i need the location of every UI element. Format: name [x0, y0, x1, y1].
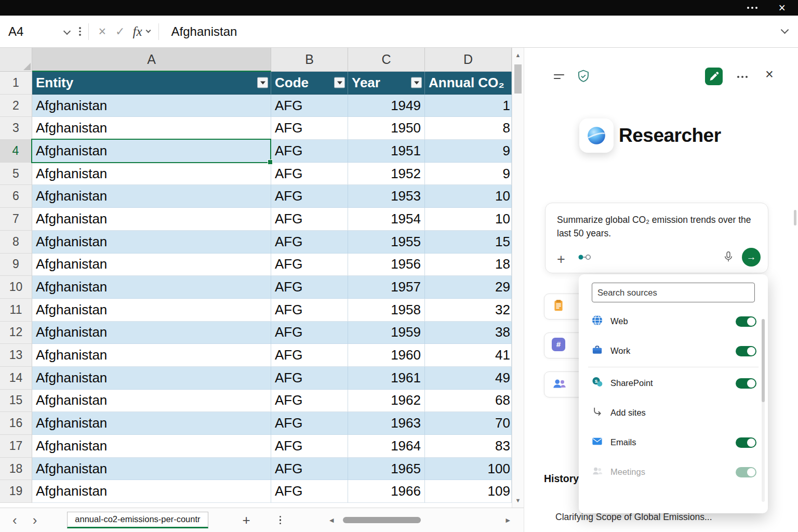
cell[interactable]: 1957	[348, 276, 425, 299]
header-cell-annual-co2[interactable]: Annual CO₂	[425, 72, 512, 95]
row-header-19[interactable]: 19	[0, 480, 32, 503]
row-header-2[interactable]: 2	[0, 95, 32, 117]
cell[interactable]: Afghanistan	[32, 344, 271, 367]
cell[interactable]: 83	[425, 435, 512, 458]
cell[interactable]: AFG	[271, 390, 348, 413]
cell[interactable]: Afghanistan	[32, 95, 271, 117]
sheet-next-icon[interactable]: ›	[33, 513, 37, 527]
add-sheet-icon[interactable]: +	[243, 512, 250, 528]
cell[interactable]: AFG	[271, 435, 348, 458]
cell[interactable]: 70	[425, 412, 512, 435]
cell[interactable]: 1962	[348, 390, 425, 413]
row-header-10[interactable]: 10	[0, 276, 32, 299]
web-toggle[interactable]	[736, 316, 756, 327]
sheet-tab[interactable]: annual-co2-emissions-per-countr	[67, 512, 208, 528]
filter-dropdown-icon[interactable]	[334, 77, 345, 88]
cell[interactable]: 1949	[348, 95, 425, 117]
cell[interactable]: Afghanistan	[32, 435, 271, 458]
sheet-options-icon[interactable]	[280, 516, 282, 525]
cell[interactable]: 1954	[348, 208, 425, 231]
cell[interactable]: 1956	[348, 254, 425, 276]
cell[interactable]: AFG	[271, 322, 348, 344]
microphone-icon[interactable]	[723, 250, 734, 265]
cell[interactable]: AFG	[271, 185, 348, 208]
cell[interactable]: Afghanistan	[32, 480, 271, 503]
cell[interactable]: 10	[425, 208, 512, 231]
cell[interactable]: 1950	[348, 117, 425, 140]
cell[interactable]: 8	[425, 117, 512, 140]
cell[interactable]: AFG	[271, 254, 348, 276]
row-header-11[interactable]: 11	[0, 299, 32, 322]
cell[interactable]: Afghanistan	[32, 117, 271, 140]
cell[interactable]: 41	[425, 344, 512, 367]
source-item-work[interactable]: Work	[579, 336, 768, 366]
cell[interactable]: 1958	[348, 299, 425, 322]
cell[interactable]: 18	[425, 254, 512, 276]
cell[interactable]: 1952	[348, 163, 425, 185]
vertical-scrollbar[interactable]: ▲ ▼	[512, 48, 524, 508]
cell[interactable]: Afghanistan	[32, 254, 271, 276]
sharepoint-toggle[interactable]	[736, 378, 756, 389]
select-all-corner[interactable]	[0, 48, 32, 72]
cell[interactable]: 1951	[348, 140, 425, 163]
row-header-6[interactable]: 6	[0, 185, 32, 208]
scroll-right-icon[interactable]: ▶	[506, 517, 510, 524]
cancel-icon[interactable]: ×	[99, 24, 107, 39]
cell[interactable]: 109	[425, 480, 512, 503]
column-header-d[interactable]: D	[425, 48, 512, 72]
header-cell-code[interactable]: Code	[271, 72, 348, 95]
cell[interactable]: AFG	[271, 367, 348, 390]
row-header-18[interactable]: 18	[0, 458, 32, 481]
cell[interactable]: AFG	[271, 231, 348, 254]
cell[interactable]: Afghanistan	[32, 140, 271, 163]
header-cell-year[interactable]: Year	[348, 72, 425, 95]
row-header-7[interactable]: 7	[0, 208, 32, 231]
cell[interactable]: 10	[425, 185, 512, 208]
source-item-sharepoint[interactable]: s SharePoint	[579, 368, 768, 398]
cell[interactable]: 1963	[348, 412, 425, 435]
scrollbar-track[interactable]	[338, 516, 501, 524]
cell[interactable]: 100	[425, 458, 512, 481]
window-close-icon[interactable]: ×	[779, 0, 786, 16]
filter-dropdown-icon[interactable]	[411, 77, 422, 88]
cell[interactable]: AFG	[271, 412, 348, 435]
cell[interactable]: 9	[425, 140, 512, 163]
cell[interactable]: Afghanistan	[32, 185, 271, 208]
cell[interactable]: AFG	[271, 163, 348, 185]
cell[interactable]: 1955	[348, 231, 425, 254]
row-header-8[interactable]: 8	[0, 231, 32, 254]
cell[interactable]: AFG	[271, 95, 348, 117]
cell[interactable]: AFG	[271, 117, 348, 140]
row-header-1[interactable]: 1	[0, 72, 32, 95]
scrollbar-thumb[interactable]	[343, 517, 421, 523]
column-header-c[interactable]: C	[348, 48, 425, 72]
row-header-3[interactable]: 3	[0, 117, 32, 140]
horizontal-scrollbar[interactable]: ◀ ▶	[329, 516, 510, 524]
work-toggle[interactable]	[736, 346, 756, 356]
search-sources-input[interactable]	[592, 283, 755, 302]
cell[interactable]: 15	[425, 231, 512, 254]
row-header-17[interactable]: 17	[0, 435, 32, 458]
cell[interactable]: Afghanistan	[32, 458, 271, 481]
header-cell-entity[interactable]: Entity	[32, 72, 271, 95]
cell[interactable]: 1965	[348, 458, 425, 481]
row-header-5[interactable]: 5	[0, 163, 32, 185]
source-item-meetings[interactable]: Meetings	[579, 457, 768, 487]
cell[interactable]: Afghanistan	[32, 412, 271, 435]
formula-bar-expand-icon[interactable]	[781, 26, 789, 34]
name-box-options-icon[interactable]	[79, 27, 81, 36]
chevron-down-icon[interactable]	[145, 28, 151, 33]
name-box[interactable]: A4	[0, 20, 77, 43]
cell[interactable]: Afghanistan	[32, 231, 271, 254]
cell[interactable]: 1	[425, 95, 512, 117]
source-item-add-sites[interactable]: Add sites	[579, 398, 768, 428]
row-header-13[interactable]: 13	[0, 344, 32, 367]
source-item-web[interactable]: Web	[579, 307, 768, 336]
cell[interactable]: 9	[425, 163, 512, 185]
source-item-emails[interactable]: Emails	[579, 428, 768, 457]
dropdown-scrollbar-thumb[interactable]	[762, 319, 765, 402]
panel-close-icon[interactable]: ×	[765, 66, 774, 83]
privacy-shield-icon[interactable]	[577, 70, 590, 85]
row-header-14[interactable]: 14	[0, 367, 32, 390]
row-header-4[interactable]: 4	[0, 140, 32, 163]
